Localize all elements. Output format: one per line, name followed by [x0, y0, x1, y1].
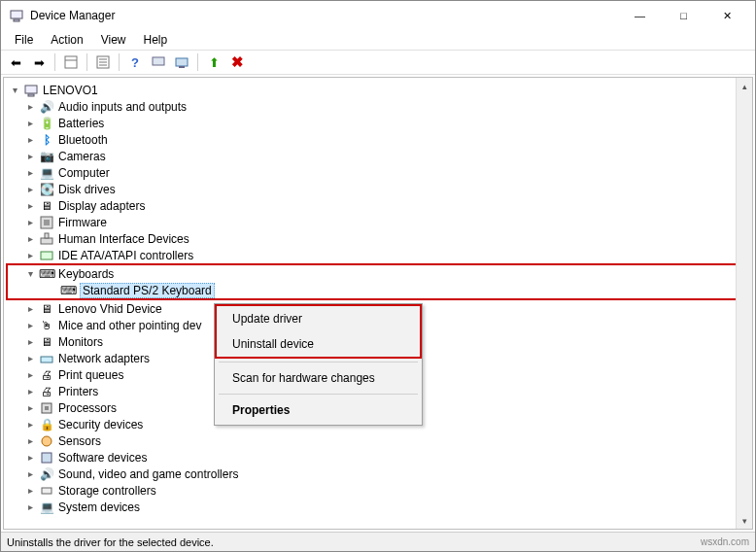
tree-node-audio[interactable]: ▸🔊Audio inputs and outputs	[6, 98, 750, 115]
ctx-separator	[219, 394, 418, 395]
keyboard-icon: ⌨	[39, 266, 54, 282]
status-text: Uninstalls the driver for the selected d…	[7, 536, 214, 548]
show-hide-tree-button[interactable]	[60, 52, 82, 73]
tree-node-batteries[interactable]: ▸🔋Batteries	[6, 115, 750, 131]
close-button[interactable]: ✕	[705, 2, 749, 29]
tree-node-hid[interactable]: ▸Human Interface Devices	[6, 230, 750, 247]
back-button[interactable]: ⬅	[5, 52, 26, 73]
chevron-right-icon[interactable]: ▸	[23, 468, 37, 479]
scroll-up-button[interactable]: ▴	[737, 78, 753, 94]
keyboard-icon: ⌨	[60, 283, 76, 298]
tree-root-label: LENOVO1	[43, 84, 98, 97]
chevron-right-icon[interactable]: ▸	[23, 151, 37, 161]
ctx-uninstall-device[interactable]: Uninstall device	[217, 331, 420, 357]
menu-file[interactable]: File	[7, 31, 41, 49]
device-tree[interactable]: ▾ LENOVO1 ▸🔊Audio inputs and outputs ▸🔋B…	[4, 78, 752, 519]
context-menu: Update driver Uninstall device Scan for …	[214, 303, 423, 426]
chevron-right-icon[interactable]: ▸	[23, 386, 37, 397]
minimize-button[interactable]: —	[618, 2, 662, 29]
tree-node-sound[interactable]: ▸🔊Sound, video and game controllers	[6, 466, 750, 482]
chevron-down-icon[interactable]: ▾	[8, 85, 21, 95]
help-button[interactable]: ?	[124, 52, 146, 73]
cpu-icon	[39, 400, 54, 416]
mouse-icon: 🖱	[39, 318, 54, 333]
chevron-right-icon[interactable]: ▸	[23, 101, 37, 112]
tree-node-system[interactable]: ▸💻System devices	[6, 499, 750, 515]
chevron-right-icon[interactable]: ▸	[23, 452, 37, 463]
scroll-down-button[interactable]: ▾	[737, 512, 753, 529]
tree-node-ide[interactable]: ▸IDE ATA/ATAPI controllers	[6, 247, 750, 263]
status-bar: Uninstalls the driver for the selected d…	[1, 532, 755, 551]
svg-rect-10	[179, 66, 185, 68]
tree-node-keyboards[interactable]: ▾⌨Keyboards	[6, 265, 748, 282]
svg-rect-15	[41, 238, 52, 244]
svg-rect-8	[153, 57, 164, 65]
update-driver-button[interactable]: ⬆	[203, 52, 224, 73]
chevron-right-icon[interactable]: ▸	[23, 353, 37, 363]
maximize-button[interactable]: □	[662, 2, 705, 29]
ctx-scan-hardware[interactable]: Scan for hardware changes	[217, 365, 420, 391]
properties-button[interactable]	[92, 52, 114, 73]
forward-button[interactable]: ➡	[28, 52, 50, 73]
svg-rect-16	[45, 233, 49, 238]
tree-node-computer[interactable]: ▸💻Computer	[6, 164, 750, 181]
audio-icon: 🔊	[39, 99, 54, 115]
toolbar-btn-5[interactable]	[148, 52, 169, 73]
vertical-scrollbar[interactable]: ▴ ▾	[736, 78, 752, 529]
svg-rect-17	[41, 252, 52, 259]
tree-root[interactable]: ▾ LENOVO1	[6, 82, 750, 98]
chevron-right-icon[interactable]: ▸	[23, 336, 37, 347]
tree-node-disk[interactable]: ▸💽Disk drives	[6, 181, 750, 197]
chevron-down-icon[interactable]: ▾	[23, 268, 37, 279]
watermark: wsxdn.com	[701, 536, 749, 547]
svg-rect-11	[25, 86, 37, 93]
chevron-right-icon[interactable]: ▸	[23, 369, 37, 380]
menu-view[interactable]: View	[93, 31, 134, 49]
uninstall-button[interactable]: ✖	[226, 52, 248, 73]
chevron-right-icon[interactable]: ▸	[23, 217, 37, 227]
ctx-properties[interactable]: Properties	[217, 397, 420, 423]
tree-node-software[interactable]: ▸Software devices	[6, 449, 750, 466]
bluetooth-icon: ᛒ	[39, 132, 54, 148]
tree-node-bluetooth[interactable]: ▸ᛒBluetooth	[6, 131, 750, 148]
chevron-right-icon[interactable]: ▸	[23, 118, 37, 128]
camera-icon: 📷	[39, 149, 54, 164]
device-icon: 🖥	[39, 301, 54, 317]
tree-node-display[interactable]: ▸🖥Display adapters	[6, 197, 750, 214]
security-icon: 🔒	[39, 417, 54, 432]
window-title: Device Manager	[30, 9, 115, 22]
chevron-right-icon[interactable]: ▸	[23, 435, 37, 446]
tree-node-standard-ps2[interactable]: ⌨Standard PS/2 Keyboard	[6, 282, 748, 298]
chevron-right-icon[interactable]: ▸	[23, 501, 37, 512]
menu-action[interactable]: Action	[43, 31, 90, 49]
chevron-right-icon[interactable]: ▸	[23, 303, 37, 314]
chevron-right-icon[interactable]: ▸	[23, 134, 37, 145]
software-icon	[39, 450, 54, 466]
scan-hardware-button[interactable]	[171, 52, 192, 73]
tree-node-cameras[interactable]: ▸📷Cameras	[6, 148, 750, 164]
chevron-right-icon[interactable]: ▸	[23, 184, 37, 194]
storage-icon	[39, 483, 54, 499]
tree-node-storage[interactable]: ▸Storage controllers	[6, 482, 750, 499]
chevron-right-icon[interactable]: ▸	[23, 402, 37, 413]
menu-help[interactable]: Help	[136, 31, 176, 49]
svg-rect-2	[65, 56, 77, 68]
system-icon: 💻	[39, 500, 54, 515]
chevron-right-icon[interactable]: ▸	[23, 250, 37, 260]
tree-node-sensors[interactable]: ▸Sensors	[6, 432, 750, 449]
tree-node-firmware[interactable]: ▸Firmware	[6, 214, 750, 230]
chevron-right-icon[interactable]: ▸	[23, 320, 37, 330]
chevron-right-icon[interactable]: ▸	[23, 419, 37, 430]
chevron-right-icon[interactable]: ▸	[23, 485, 37, 496]
chevron-right-icon[interactable]: ▸	[23, 200, 37, 211]
printer-icon: 🖨	[39, 367, 54, 383]
svg-rect-12	[28, 94, 34, 96]
svg-point-21	[42, 436, 52, 446]
chevron-right-icon[interactable]: ▸	[23, 233, 37, 244]
device-tree-panel: ▾ LENOVO1 ▸🔊Audio inputs and outputs ▸🔋B…	[3, 77, 753, 530]
ctx-update-driver[interactable]: Update driver	[217, 306, 420, 331]
ctx-separator	[219, 362, 418, 362]
disk-icon: 💽	[39, 182, 54, 197]
firmware-icon	[39, 215, 54, 230]
chevron-right-icon[interactable]: ▸	[23, 167, 37, 178]
